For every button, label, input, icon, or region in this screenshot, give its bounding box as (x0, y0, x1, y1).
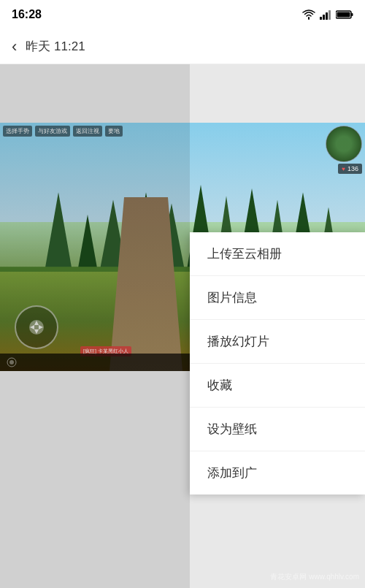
menu-item-add-to[interactable]: 添加到广 (190, 451, 365, 495)
health-value: 136 (347, 165, 358, 172)
menu-overlay[interactable] (0, 64, 190, 588)
status-time: 16:28 (12, 8, 42, 21)
minimap-inner (326, 126, 361, 161)
svg-rect-3 (328, 10, 331, 20)
menu-item-upload-cloud[interactable]: 上传至云相册 (190, 232, 365, 276)
svg-rect-1 (323, 15, 325, 20)
menu-item-set-wallpaper[interactable]: 设为壁纸 (190, 408, 365, 451)
svg-rect-2 (326, 12, 328, 20)
health-display: ♥ 136 (338, 164, 362, 174)
battery-icon (336, 9, 353, 20)
svg-rect-5 (351, 13, 353, 16)
nav-bar: ‹ 昨天 11:21 (0, 29, 365, 64)
svg-rect-0 (320, 17, 322, 20)
signal-icon (320, 9, 331, 20)
nav-title: 昨天 11:21 (26, 38, 85, 55)
minimap (326, 126, 362, 162)
status-bar: 16:28 (0, 0, 365, 29)
menu-item-image-info[interactable]: 图片信息 (190, 276, 365, 320)
svg-rect-6 (337, 12, 350, 18)
context-menu: 上传至云相册 图片信息 播放幻灯片 收藏 设为壁纸 添加到广 (190, 232, 365, 495)
wifi-icon (302, 9, 315, 20)
watermark: 青花安卓网 www.qhhlv.com (270, 572, 359, 582)
menu-item-favorite[interactable]: 收藏 (190, 364, 365, 408)
back-button[interactable]: ‹ (12, 39, 17, 55)
main-content: 选择手势 与好友游戏 返回注视 要地 ♥ 136 (0, 64, 365, 588)
menu-item-slideshow[interactable]: 播放幻灯片 (190, 320, 365, 364)
status-icons (302, 9, 353, 20)
